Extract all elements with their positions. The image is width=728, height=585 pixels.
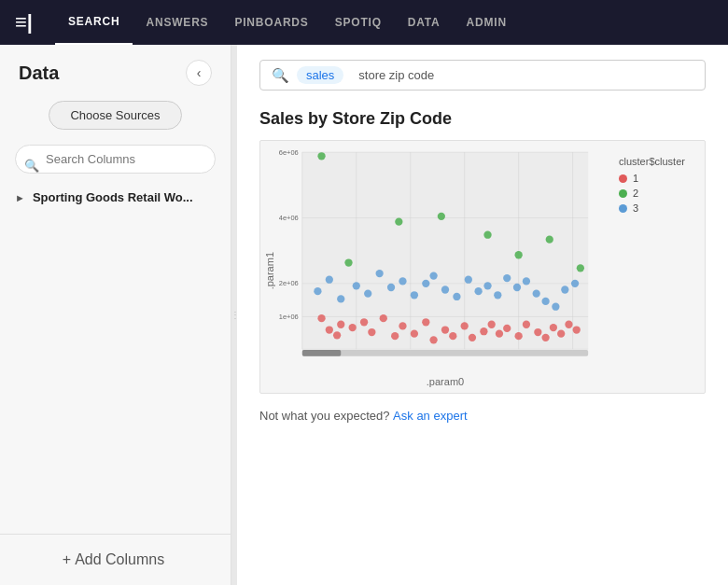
legend-item-3: 3 [619, 202, 693, 214]
svg-point-31 [461, 322, 469, 329]
legend-label-2: 2 [633, 188, 638, 199]
svg-point-32 [469, 334, 476, 341]
nav-logo: ≡| [15, 10, 33, 35]
search-tag-zip[interactable]: store zip code [349, 66, 443, 84]
svg-point-34 [488, 321, 496, 328]
search-bar[interactable]: 🔍 sales store zip code [259, 60, 706, 91]
svg-point-57 [364, 289, 371, 297]
tree-item-sporting-goods[interactable]: ► Sporting Goods Retail Wo... [0, 185, 231, 210]
svg-point-27 [422, 318, 429, 326]
nav-bar: ≡| SEARCH ANSWERS PINBOARDS SPOTIQ DATA … [0, 0, 728, 45]
svg-point-50 [515, 251, 523, 258]
svg-rect-78 [302, 350, 588, 356]
svg-point-60 [399, 277, 406, 285]
add-columns-button[interactable]: + Add Columns [0, 548, 231, 572]
svg-point-36 [503, 325, 511, 332]
legend-item-2: 2 [619, 188, 693, 199]
nav-admin[interactable]: ADMIN [454, 0, 520, 45]
sidebar-footer: + Add Columns [0, 534, 231, 585]
svg-point-69 [494, 291, 501, 299]
ask-expert-link[interactable]: Ask an expert [393, 409, 468, 423]
legend-title: cluster$cluster [619, 156, 693, 167]
y-axis-label: .param1 [260, 252, 279, 289]
chart-title: Sales by Store Zip Code [259, 109, 706, 129]
nav-spotiq[interactable]: SPOTIQ [322, 0, 395, 45]
legend-item-1: 1 [619, 173, 693, 184]
search-main-icon: 🔍 [272, 67, 289, 84]
search-tag-sales[interactable]: sales [297, 66, 343, 84]
main-layout: Data ‹ Choose Sources 🔍 ► Sporting Goods… [0, 45, 728, 585]
svg-point-23 [380, 314, 387, 322]
svg-point-41 [550, 324, 557, 331]
svg-point-42 [557, 330, 565, 338]
svg-point-66 [465, 276, 472, 284]
svg-point-33 [480, 327, 487, 335]
sidebar-title: Data [19, 63, 59, 84]
svg-point-28 [429, 336, 437, 343]
sidebar: Data ‹ Choose Sources 🔍 ► Sporting Goods… [0, 45, 231, 585]
nav-data[interactable]: DATA [395, 0, 454, 45]
svg-point-47 [395, 218, 402, 226]
svg-point-38 [523, 321, 530, 328]
svg-point-24 [391, 332, 399, 340]
svg-point-26 [411, 330, 418, 338]
search-columns-input[interactable] [15, 145, 216, 174]
svg-point-25 [399, 322, 406, 329]
svg-point-46 [344, 258, 352, 266]
legend-dot-1 [619, 174, 627, 183]
svg-point-65 [453, 293, 460, 300]
nav-pinboards[interactable]: PINBOARDS [221, 0, 321, 45]
chart-legend: cluster$cluster 1 2 3 [611, 148, 705, 393]
content-area: 🔍 sales store zip code Sales by Store Zi… [237, 45, 728, 585]
svg-point-54 [326, 276, 333, 284]
svg-point-45 [317, 152, 325, 160]
svg-point-62 [422, 280, 429, 287]
svg-point-75 [552, 303, 559, 311]
svg-point-72 [523, 277, 530, 285]
svg-point-59 [387, 284, 395, 291]
svg-point-56 [353, 282, 360, 289]
choose-sources-button[interactable]: Choose Sources [49, 101, 181, 130]
sidebar-collapse-button[interactable]: ‹ [186, 60, 212, 86]
svg-point-73 [533, 289, 540, 297]
svg-point-58 [375, 270, 383, 277]
svg-point-19 [333, 331, 341, 339]
svg-point-55 [337, 295, 344, 302]
svg-point-30 [449, 332, 456, 340]
svg-point-71 [513, 284, 521, 291]
svg-point-17 [326, 326, 333, 333]
legend-label-3: 3 [633, 202, 638, 214]
svg-text:4e+06: 4e+06 [279, 214, 299, 222]
svg-point-22 [368, 328, 375, 336]
search-columns-wrap: 🔍 [0, 145, 231, 185]
svg-point-76 [561, 286, 568, 293]
svg-point-52 [577, 264, 584, 272]
svg-point-37 [515, 332, 523, 340]
tree-item-label: Sporting Goods Retail Wo... [33, 190, 193, 204]
svg-point-63 [429, 272, 437, 279]
svg-point-61 [411, 291, 418, 299]
chart-container: .param1 6e+06 4e+06 [259, 140, 706, 394]
svg-point-67 [474, 287, 482, 295]
add-columns-label: Add Columns [75, 551, 164, 568]
tree-arrow-icon: ► [15, 192, 25, 203]
svg-point-16 [317, 314, 325, 322]
svg-point-43 [565, 321, 572, 328]
footer-text: Not what you expected? [259, 409, 389, 423]
svg-point-29 [441, 326, 449, 333]
svg-point-68 [483, 282, 491, 289]
plus-icon: + [63, 551, 71, 568]
svg-point-20 [349, 324, 357, 331]
svg-text:1e+06: 1e+06 [279, 313, 299, 321]
legend-dot-2 [619, 189, 627, 198]
nav-search[interactable]: SEARCH [55, 0, 133, 45]
nav-answers[interactable]: ANSWERS [133, 0, 221, 45]
x-axis-label: .param0 [279, 372, 611, 393]
svg-point-48 [438, 213, 445, 220]
legend-label-1: 1 [633, 173, 638, 184]
svg-point-53 [314, 287, 321, 295]
svg-point-74 [541, 298, 549, 305]
svg-point-64 [441, 286, 449, 293]
scatter-plot: 6e+06 4e+06 2e+06 1e+06 [279, 148, 611, 372]
sidebar-header: Data ‹ [0, 60, 231, 101]
